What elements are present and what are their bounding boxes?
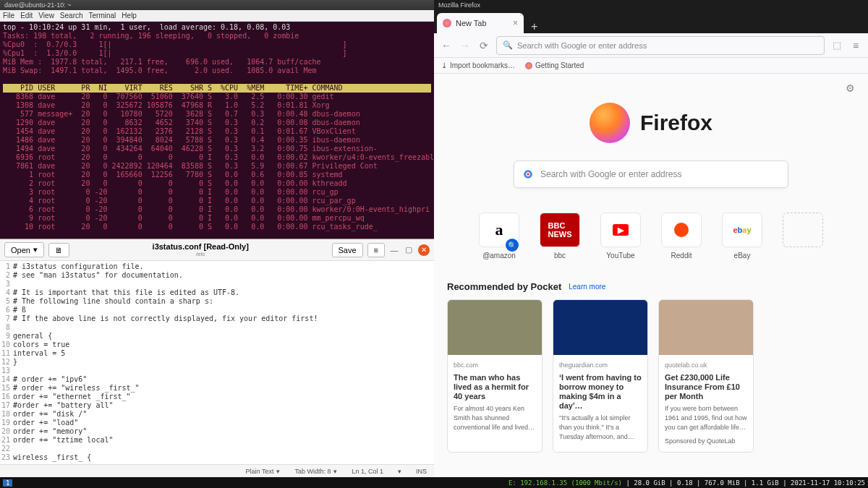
getting-started[interactable]: Getting Started xyxy=(525,61,584,69)
import-bookmarks[interactable]: ⤓Import bookmarks… xyxy=(441,61,515,69)
gear-icon[interactable]: ⚙ xyxy=(846,82,855,94)
bookmarks-toolbar: ⤓Import bookmarks… Getting Started xyxy=(434,58,868,74)
cursor-position: Ln 1, Col 1 xyxy=(352,468,383,475)
editor-body[interactable]: 1# i3status configuration file.2# see "m… xyxy=(0,261,434,464)
newtab-search[interactable]: Search with Google or enter address xyxy=(514,160,788,188)
svg-point-1 xyxy=(527,173,529,176)
firefox-titlebar: Mozilla Firefox xyxy=(434,0,868,10)
terminal-menubar: File Edit View Search Terminal Help xyxy=(0,10,434,22)
top-sites: a@amazon🔍BBCNEWSbbc▶YouTubeRedditebayeBa… xyxy=(434,213,868,260)
content-area: ⚙ Firefox Search with Google or enter ad… xyxy=(434,74,868,477)
back-button[interactable]: ← xyxy=(440,40,453,51)
new-tab-button[interactable]: + xyxy=(524,20,545,33)
gedit-window: Open▾ 🗎 i3status.conf [Read-Only] /etc S… xyxy=(0,239,434,477)
reload-button[interactable]: ⟳ xyxy=(477,40,490,51)
menu-search[interactable]: Search xyxy=(60,12,83,20)
menu-help[interactable]: Help xyxy=(122,12,137,20)
i3-statusbar: 1 E: 192.168.1.35 (1000 Mbit/s) | 28.0 G… xyxy=(0,477,868,488)
maximize-button[interactable]: ▢ xyxy=(404,245,414,255)
firefox-tab-icon xyxy=(443,19,451,27)
pocket-heading: Recommended by Pocket Learn more xyxy=(447,281,868,292)
tab-newtab[interactable]: New Tab × xyxy=(437,13,524,33)
import-icon: ⤓ xyxy=(441,61,447,69)
menu-terminal[interactable]: Terminal xyxy=(89,12,116,20)
firefox-window: Mozilla Firefox New Tab × + ← → ⟳ 🔍 Sear… xyxy=(434,0,868,477)
hamburger-button[interactable]: ≡ xyxy=(367,243,385,257)
tab-bar: New Tab × + xyxy=(434,10,868,33)
terminal-output[interactable]: top - 10:10:24 up 31 min, 1 user, load a… xyxy=(0,22,434,239)
site-eBay[interactable]: ebayeBay xyxy=(720,213,765,260)
pocket-card[interactable]: bbc.comThe man who has lived as a hermit… xyxy=(447,299,542,453)
chevron-down-icon: ▾ xyxy=(33,245,38,254)
url-bar[interactable]: 🔍 Search with Google or enter address xyxy=(496,36,825,55)
menu-file[interactable]: File xyxy=(3,12,14,20)
search-icon: 🔍 xyxy=(503,40,513,50)
google-icon xyxy=(523,169,533,179)
site-@amazon[interactable]: a@amazon🔍 xyxy=(477,213,522,260)
insert-mode[interactable]: ▾ xyxy=(398,468,401,475)
site-YouTube[interactable]: ▶YouTube xyxy=(598,213,643,260)
terminal-titlebar: dave@ubuntu-21-10: ~ xyxy=(0,0,434,10)
save-button[interactable]: Save xyxy=(332,243,363,257)
close-button[interactable]: ✕ xyxy=(418,244,430,256)
editor-toolbar: Open▾ 🗎 i3status.conf [Read-Only] /etc S… xyxy=(0,239,434,261)
terminal-window: dave@ubuntu-21-10: ~ File Edit View Sear… xyxy=(0,0,434,239)
editor-statusbar: Plain Text ▾ Tab Width: 8 ▾ Ln 1, Col 1 … xyxy=(0,464,434,477)
firefox-icon xyxy=(525,62,532,69)
account-icon[interactable]: ⬚ xyxy=(830,40,843,51)
open-button[interactable]: Open▾ xyxy=(4,242,44,257)
pocket-card[interactable]: theguardian.com‘I went from having to bo… xyxy=(553,299,648,453)
syntax-selector[interactable]: Plain Text ▾ xyxy=(246,468,281,475)
firefox-wordmark: Firefox xyxy=(640,111,712,135)
firefox-logo-icon xyxy=(590,103,630,143)
workspace-indicator[interactable]: 1 xyxy=(3,479,12,487)
ins-indicator: INS xyxy=(416,468,427,475)
pocket-learn-more[interactable]: Learn more xyxy=(569,283,605,291)
pocket-cards: bbc.comThe man who has lived as a hermit… xyxy=(434,299,868,453)
minimize-button[interactable]: — xyxy=(389,245,399,255)
firefox-logo: Firefox xyxy=(434,103,868,143)
editor-title: i3status.conf [Read-Only] /etc xyxy=(74,242,328,257)
search-badge-icon: 🔍 xyxy=(506,239,519,252)
new-doc-button[interactable]: 🗎 xyxy=(48,243,69,257)
tab-width-selector[interactable]: Tab Width: 8 ▾ xyxy=(294,468,337,475)
app-menu-button[interactable]: ≡ xyxy=(849,40,862,51)
site-empty[interactable] xyxy=(780,213,825,260)
forward-button[interactable]: → xyxy=(459,40,472,51)
nav-toolbar: ← → ⟳ 🔍 Search with Google or enter addr… xyxy=(434,33,868,58)
menu-view[interactable]: View xyxy=(38,12,54,20)
status-right: E: 192.168.1.35 (1000 Mbit/s) | 28.0 GiB… xyxy=(509,479,865,487)
site-Reddit[interactable]: Reddit xyxy=(659,213,704,260)
tab-close-icon[interactable]: × xyxy=(513,18,518,28)
pocket-card[interactable]: quotelab.co.ukGet £230,000 Life Insuranc… xyxy=(658,299,754,453)
menu-edit[interactable]: Edit xyxy=(20,12,33,20)
site-bbc[interactable]: BBCNEWSbbc xyxy=(537,213,582,260)
